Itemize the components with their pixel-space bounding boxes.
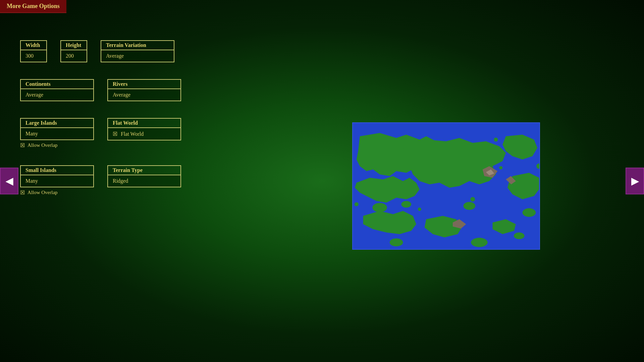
rivers-label: Rivers <box>107 79 181 89</box>
flat-world-text: Flat World <box>121 131 144 137</box>
svg-point-1 <box>463 202 475 210</box>
right-arrow-icon: ▶ <box>631 176 639 187</box>
terrain-type-label: Terrain Type <box>107 165 181 175</box>
control-row-3: Large Islands Many ☒ Allow Overlap Flat … <box>20 118 255 148</box>
left-arrow-icon: ◀ <box>6 176 13 187</box>
flat-world-checkbox-icon[interactable]: ☒ <box>113 131 117 137</box>
controls-panel: Width 300 Height 200 Terrain Variation A… <box>20 27 255 342</box>
svg-point-13 <box>355 202 359 206</box>
large-islands-overlap-label: Allow Overlap <box>28 142 58 148</box>
small-islands-value[interactable]: Many <box>20 175 94 187</box>
continents-label: Continents <box>20 79 94 89</box>
svg-point-8 <box>494 138 498 142</box>
svg-point-6 <box>471 238 487 247</box>
svg-point-9 <box>499 166 502 170</box>
svg-point-10 <box>470 197 475 202</box>
terrain-variation-control[interactable]: Terrain Variation Average <box>101 40 174 62</box>
height-control[interactable]: Height 200 <box>60 40 87 62</box>
large-islands-overlap-row[interactable]: ☒ Allow Overlap <box>20 142 94 148</box>
terrain-variation-value[interactable]: Average <box>101 50 174 62</box>
height-label: Height <box>60 40 87 50</box>
svg-point-3 <box>401 201 411 208</box>
height-value[interactable]: 200 <box>60 50 87 62</box>
control-row-2: Continents Average Rivers Average <box>20 79 255 101</box>
large-islands-label: Large Islands <box>20 118 94 128</box>
small-islands-control[interactable]: Small Islands Many ☒ Allow Overlap <box>20 165 94 196</box>
nav-arrow-left[interactable]: ◀ <box>0 168 18 194</box>
flat-world-value[interactable]: ☒ Flat World <box>107 128 181 140</box>
terrain-variation-label: Terrain Variation <box>101 40 174 50</box>
flat-world-control[interactable]: Flat World ☒ Flat World <box>107 118 181 140</box>
width-label: Width <box>20 40 47 50</box>
small-islands-label: Small Islands <box>20 165 94 175</box>
flat-world-label: Flat World <box>107 118 181 128</box>
large-islands-value[interactable]: Many <box>20 128 94 140</box>
terrain-type-value[interactable]: Ridged <box>107 175 181 187</box>
width-control[interactable]: Width 300 <box>20 40 47 62</box>
terrain-type-control[interactable]: Terrain Type Ridged <box>107 165 181 187</box>
svg-point-11 <box>418 207 421 211</box>
continents-value[interactable]: Average <box>20 89 94 101</box>
control-row-4: Small Islands Many ☒ Allow Overlap Terra… <box>20 165 255 196</box>
rivers-value[interactable]: Average <box>107 89 181 101</box>
continents-control[interactable]: Continents Average <box>20 79 94 101</box>
map-preview <box>268 27 624 342</box>
svg-point-5 <box>514 233 525 239</box>
top-bar: More Game Options <box>0 0 66 13</box>
svg-point-2 <box>372 203 387 212</box>
width-value[interactable]: 300 <box>20 50 47 62</box>
map-container <box>352 122 540 250</box>
svg-point-7 <box>390 238 403 246</box>
map-svg <box>353 123 539 249</box>
small-islands-overlap-label: Allow Overlap <box>28 190 58 195</box>
svg-point-4 <box>523 208 536 217</box>
nav-arrow-right[interactable]: ▶ <box>626 168 644 194</box>
rivers-control[interactable]: Rivers Average <box>107 79 181 101</box>
control-row-1: Width 300 Height 200 Terrain Variation A… <box>20 40 255 62</box>
large-islands-overlap-checkbox-icon[interactable]: ☒ <box>20 142 25 148</box>
small-islands-overlap-checkbox-icon[interactable]: ☒ <box>20 189 25 196</box>
page-title: More Game Options <box>7 3 60 9</box>
small-islands-overlap-row[interactable]: ☒ Allow Overlap <box>20 189 94 196</box>
large-islands-control[interactable]: Large Islands Many ☒ Allow Overlap <box>20 118 94 148</box>
main-content: Width 300 Height 200 Terrain Variation A… <box>20 27 624 342</box>
